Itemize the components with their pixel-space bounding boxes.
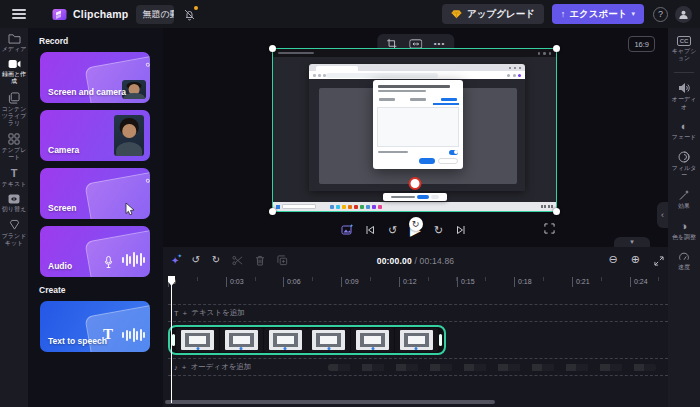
app-name: Clipchamp	[73, 8, 128, 20]
notification-bell-icon[interactable]	[183, 8, 196, 21]
brand-kit-icon	[9, 219, 20, 231]
waveform-icon	[122, 252, 145, 267]
zoom-fit-icon[interactable]	[654, 256, 664, 266]
tool-audio[interactable]: オーディオ	[668, 82, 700, 110]
magic-wand-icon	[678, 189, 690, 201]
video-canvas[interactable]	[272, 48, 557, 212]
collapse-preview-chevron[interactable]: ▾	[614, 237, 650, 247]
clip-thumbnail	[395, 328, 438, 352]
clip-trim-handle-left[interactable]	[172, 334, 175, 346]
media-folder-icon	[8, 33, 21, 44]
app-logo-group[interactable]: Clipchamp	[52, 8, 128, 21]
clip-trim-handle-right[interactable]	[439, 334, 442, 346]
tool-filters[interactable]: フィルター	[668, 151, 700, 179]
upgrade-label: アップグレード	[467, 8, 535, 21]
more-options-icon[interactable]: •••	[434, 39, 445, 48]
export-button[interactable]: ↑ エクスポート ▾	[552, 4, 644, 24]
split-scissors-icon[interactable]	[232, 255, 243, 266]
sidebar-item-transitions[interactable]: 切り替え	[0, 194, 28, 213]
rewind-icon[interactable]: ↺	[388, 224, 397, 237]
user-avatar[interactable]	[675, 6, 692, 23]
collapse-sidebar-arrow[interactable]: ‹	[657, 202, 668, 228]
rotate-handle[interactable]: ↻	[409, 217, 423, 231]
ruler-tick: 0:12	[399, 277, 417, 287]
audio-track-dropzone[interactable]: ♪ + オーディオを追加	[168, 358, 668, 376]
timeline-scrollbar[interactable]	[165, 400, 495, 404]
sidebar-item-record-create[interactable]: 録画と作成	[0, 59, 28, 85]
redo-icon[interactable]: ↻	[212, 254, 220, 266]
selection-handle-bottom-right[interactable]	[553, 208, 560, 215]
undo-icon[interactable]: ↺	[191, 254, 199, 266]
selection-handle-top-left[interactable]	[269, 45, 276, 52]
ai-sparkle-icon[interactable]: ✦✦	[171, 255, 179, 266]
text-track-dropzone[interactable]: T + テキストを追加	[168, 304, 668, 322]
tool-fade[interactable]: ◐ フェード	[668, 121, 700, 141]
video-camera-icon	[8, 59, 21, 69]
hamburger-menu-icon[interactable]	[8, 5, 30, 23]
forward-icon[interactable]: ↻	[434, 224, 443, 237]
sidebar-divider	[674, 72, 694, 73]
timeline-toolbar: ✦✦ ↺ ↻	[171, 254, 288, 266]
tool-effects[interactable]: 効果	[668, 189, 700, 210]
zoom-out-icon[interactable]: ⊖	[609, 253, 618, 266]
selection-handle-top-right[interactable]	[553, 45, 560, 52]
sidebar-item-media[interactable]: メディア	[0, 33, 28, 53]
time-display: 00:00.00 / 00:14.86	[377, 256, 455, 266]
record-heading: Record	[39, 36, 163, 46]
filter-icon	[678, 151, 690, 163]
card-screen-and-camera[interactable]: Screen and camera	[40, 52, 150, 103]
project-title[interactable]: 無題の動	[136, 5, 174, 24]
screen-mockup	[84, 171, 150, 219]
sidebar-item-templates[interactable]: テンプレート	[0, 133, 28, 161]
selection-handle-bottom-left[interactable]	[269, 208, 276, 215]
duplicate-icon[interactable]	[277, 255, 288, 266]
ruler-tick: 0:24	[630, 277, 648, 287]
tool-speed[interactable]: 速度	[668, 251, 700, 271]
video-clip[interactable]	[168, 325, 446, 355]
upgrade-button[interactable]: アップグレード	[442, 4, 544, 24]
sidebar-item-content-library[interactable]: コンテンツライブラリ	[0, 92, 28, 128]
clipchamp-app: Clipchamp 無題の動 アップグレード ↑ エクスポート ▾ ?	[0, 0, 700, 407]
microphone-icon	[103, 255, 114, 269]
fullscreen-icon[interactable]	[544, 223, 555, 234]
share-button	[419, 158, 435, 164]
sidebar-item-text[interactable]: T テキスト	[0, 168, 28, 188]
captions-cc-icon: CC	[677, 36, 692, 46]
content-library-icon	[8, 92, 20, 104]
right-tools-sidebar: CC キャプション オーディオ ◐ フェード フィルター 効果 ◑	[668, 28, 700, 407]
clip-thumbnail	[220, 328, 263, 352]
fit-resize-icon[interactable]	[409, 39, 422, 49]
export-label: エクスポート	[569, 8, 627, 21]
text-icon: T	[174, 309, 179, 318]
cursor-icon	[124, 202, 136, 216]
timeline: ✦✦ ↺ ↻ 00:00.00 / 00:14.86 ⊖ ⊕ 0	[163, 247, 668, 407]
templates-grid-icon	[8, 133, 20, 145]
top-bar: Clipchamp 無題の動 アップグレード ↑ エクスポート ▾ ?	[0, 0, 700, 28]
text-track-label: テキストを追加	[191, 308, 244, 318]
windows-taskbar	[273, 202, 556, 211]
zoom-in-icon[interactable]: ⊕	[631, 253, 640, 266]
ruler-tick: 0:06	[283, 277, 301, 287]
delete-trash-icon[interactable]	[255, 255, 265, 266]
card-screen[interactable]: Screen	[40, 168, 150, 219]
speed-gauge-icon	[678, 251, 690, 262]
tool-captions[interactable]: CC キャプション	[668, 36, 700, 62]
help-button[interactable]: ?	[653, 7, 668, 22]
card-audio[interactable]: Audio	[40, 226, 150, 277]
preview-stage: ••• 16:9	[163, 28, 668, 247]
clip-thumbnail	[264, 328, 307, 352]
card-camera[interactable]: Camera	[40, 110, 150, 161]
ruler-tick: 0:03	[226, 277, 244, 287]
skip-end-icon[interactable]	[456, 225, 466, 235]
notification-badge	[194, 6, 199, 11]
tool-color-adjust[interactable]: ◑ 色を調整	[668, 221, 700, 241]
total-time: / 00:14.86	[414, 256, 454, 266]
transitions-icon	[8, 194, 20, 204]
sidebar-item-brand-kit[interactable]: ブランドキット	[0, 219, 28, 247]
aspect-ratio-button[interactable]: 16:9	[628, 36, 655, 52]
card-text-to-speech[interactable]: T Text to speech	[40, 301, 150, 352]
audio-track-label: オーディオを追加	[190, 362, 251, 372]
record-create-panel: Record Screen and camera Camera Screen	[28, 28, 163, 407]
skip-start-icon[interactable]	[365, 225, 375, 235]
waveform-icon	[122, 328, 145, 342]
